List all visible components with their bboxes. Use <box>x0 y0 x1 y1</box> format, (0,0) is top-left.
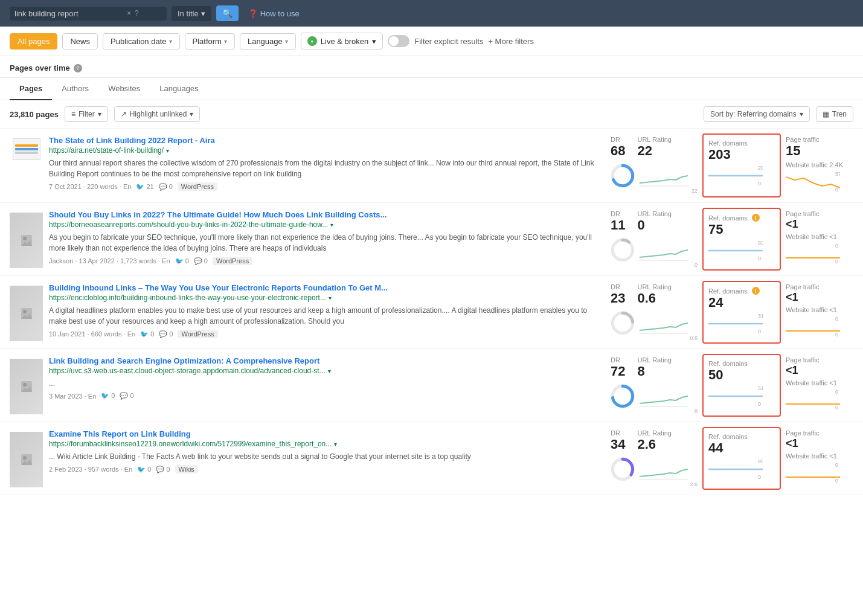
warning-icon: ! <box>752 287 760 295</box>
result-title[interactable]: Examine This Report on Link Building <box>49 429 606 438</box>
svg-text:0: 0 <box>835 243 838 249</box>
pages-over-time-info-icon[interactable]: ? <box>74 64 82 72</box>
metrics-area: DR 11 URL Rating 0 <box>606 210 853 268</box>
search-button[interactable]: 🔍 <box>216 5 239 21</box>
svg-text:0: 0 <box>835 462 838 468</box>
platform-tag: WordPress <box>213 257 252 265</box>
page-traffic-col: Page traffic <1 Website traffic <1 0 0 <box>781 356 853 414</box>
twitter-count: 🐦 0 <box>101 392 115 400</box>
page-traffic-label: Page traffic <box>786 429 819 437</box>
page-traffic-label: Page traffic <box>786 356 819 364</box>
result-url[interactable]: https://encicloblog.info/building-inboun… <box>49 294 606 302</box>
explicit-filter-toggle[interactable] <box>388 35 409 47</box>
result-meta: 7 Oct 2021 · 220 words · En 🐦 21 💬 0 Wor… <box>49 182 606 191</box>
tab-authors[interactable]: Authors <box>52 78 98 100</box>
svg-text:51: 51 <box>758 385 763 391</box>
result-title[interactable]: Link Building and Search Engine Optimiza… <box>49 356 606 365</box>
result-meta: 2 Feb 2023 · 957 words · En 🐦 0 💬 0 Wiki… <box>49 465 606 473</box>
result-thumbnail <box>10 359 43 414</box>
url-rating-max: 8 <box>695 408 698 414</box>
dr-value: 72 <box>611 365 625 378</box>
website-traffic: Website traffic <1 <box>786 452 837 460</box>
comment-count: 💬 0 <box>159 183 173 191</box>
twitter-count: 🐦 0 <box>175 257 189 265</box>
tab-languages[interactable]: Languages <box>150 78 208 100</box>
clear-icon[interactable]: × <box>127 9 131 18</box>
dr-donut-chart <box>611 238 635 262</box>
svg-text:0: 0 <box>835 258 838 265</box>
result-date: 3 Mar 2023 · En <box>49 393 96 400</box>
comment-count: 💬 0 <box>120 392 133 400</box>
publication-date-filter[interactable]: Publication date ▾ <box>103 33 180 50</box>
result-row: The State of Link Building 2022 Report -… <box>0 129 863 203</box>
dr-block: DR 72 <box>611 356 625 382</box>
result-title[interactable]: Should You Buy Links in 2022? The Ultima… <box>49 210 606 219</box>
ref-domains-col: Ref. domains ! 24 31 0 <box>702 281 781 344</box>
how-to-use-link[interactable]: ❓ How to use <box>248 9 300 18</box>
dr-label: DR <box>611 283 625 290</box>
page-traffic-chart: 0 0 <box>786 462 849 486</box>
result-title[interactable]: The State of Link Building 2022 Report -… <box>49 136 606 145</box>
svg-text:0: 0 <box>758 255 761 261</box>
ref-domains-chart: 31 0 <box>708 313 775 337</box>
page-traffic-chart: 0 0 <box>786 316 849 340</box>
trend-button[interactable]: ▦ Tren <box>816 106 853 122</box>
live-broken-filter[interactable]: ● Live & broken ▾ <box>301 33 383 50</box>
filter-button[interactable]: ≡ Filter ▾ <box>65 106 108 122</box>
dr-url-rating-col: DR 23 URL Rating 0.6 <box>606 283 702 341</box>
page-traffic-label: Page traffic <box>786 210 819 217</box>
platform-filter[interactable]: Platform ▾ <box>185 33 235 50</box>
ref-domains-label: Ref. domains <box>708 360 748 367</box>
more-filters-button[interactable]: + More filters <box>488 37 534 46</box>
dr-block: DR 11 <box>611 210 625 236</box>
tab-pages[interactable]: Pages <box>10 78 52 100</box>
tabs-row: Pages Authors Websites Languages <box>0 78 863 100</box>
dr-value: 23 <box>611 292 625 305</box>
result-main: Link Building and Search Engine Optimiza… <box>49 356 606 414</box>
in-title-button[interactable]: In title ▾ <box>172 6 211 21</box>
page-traffic-col: Page traffic <1 Website traffic <1 0 0 <box>781 210 853 268</box>
svg-text:0: 0 <box>835 332 838 338</box>
dr-value: 34 <box>611 438 625 451</box>
result-meta: Jackson · 13 Apr 2022 · 1,723 words · En… <box>49 257 606 265</box>
url-rating-block: URL Rating 8 <box>637 356 671 382</box>
website-traffic: Website traffic 2.4K <box>786 161 843 168</box>
url-rating-label: URL Rating <box>637 136 671 143</box>
ref-domains-col: Ref. domains 44 95 0 <box>702 427 781 490</box>
ref-domains-chart: 51 0 <box>708 385 775 409</box>
url-rating-block: URL Rating 2.6 <box>637 429 671 455</box>
question-circle-icon: ❓ <box>248 9 258 18</box>
result-url[interactable]: https://borneoaseanreports.com/should-yo… <box>49 220 606 229</box>
sort-by-button[interactable]: Sort by: Referring domains ▾ <box>704 106 810 122</box>
result-date: 2 Feb 2023 · 957 words · En <box>49 466 132 473</box>
svg-point-8 <box>23 237 27 240</box>
dr-label: DR <box>611 429 625 437</box>
url-rating-max: 2.6 <box>690 481 698 487</box>
result-title[interactable]: Building Inbound Links – The Way You Use… <box>49 283 606 292</box>
search-input[interactable] <box>14 9 123 18</box>
result-date: 10 Jan 2021 · 660 words · En <box>49 330 135 338</box>
results-header: 23,810 pages ≡ Filter ▾ ↗ Highlight unli… <box>0 100 863 129</box>
highlight-unlinked-button[interactable]: ↗ Highlight unlinked ▾ <box>114 106 201 122</box>
comment-count: 💬 0 <box>194 257 208 265</box>
ref-domains-chart: 95 0 <box>708 458 775 483</box>
result-url[interactable]: https://aira.net/state-of-link-building/… <box>49 146 606 155</box>
dr-donut-chart <box>611 384 635 408</box>
svg-text:0: 0 <box>835 389 838 395</box>
news-filter[interactable]: News <box>62 33 98 50</box>
chevron-down-icon: ▾ <box>190 110 193 118</box>
chevron-down-icon: ▾ <box>169 38 172 45</box>
result-main: Should You Buy Links in 2022? The Ultima… <box>49 210 606 268</box>
result-url[interactable]: https://uvc.s3-web.us-east.cloud-object-… <box>49 367 606 375</box>
language-filter[interactable]: Language ▾ <box>240 33 296 50</box>
all-pages-filter[interactable]: All pages <box>10 33 57 50</box>
dr-value: 11 <box>611 219 625 232</box>
tab-websites[interactable]: Websites <box>98 78 150 100</box>
result-url[interactable]: https://forumbacklinksinseo12219.oneworl… <box>49 440 606 448</box>
svg-text:92: 92 <box>758 240 763 246</box>
svg-text:57: 57 <box>835 171 840 177</box>
svg-text:0: 0 <box>835 405 838 411</box>
svg-point-38 <box>23 456 27 460</box>
result-thumbnail <box>10 213 43 268</box>
comment-count: 💬 0 <box>156 466 170 473</box>
